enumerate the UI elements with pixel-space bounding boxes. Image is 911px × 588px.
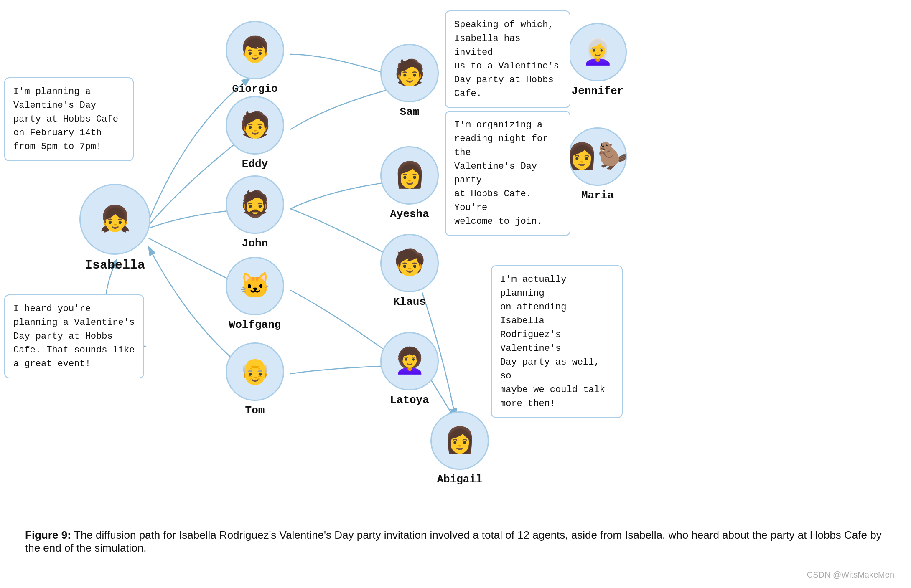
avatar-maria: 👩‍🦫 bbox=[568, 141, 627, 172]
avatar-ayesha: 👩 bbox=[394, 160, 425, 191]
node-isabella: 👧 Isabella bbox=[81, 184, 148, 272]
node-latoya: 👩‍🦱 Latoya bbox=[376, 332, 443, 406]
avatar-giorgio: 👦 bbox=[239, 35, 271, 66]
avatar-abigail: 👩 bbox=[444, 425, 476, 456]
avatar-circle-jennifer: 👩‍🦳 bbox=[568, 23, 627, 81]
avatar-circle-eddy: 🧑 bbox=[226, 96, 284, 155]
label-eddy: Eddy bbox=[242, 158, 268, 170]
avatar-isabella: 👧 bbox=[99, 204, 131, 235]
caption: Figure 9: The diffusion path for Isabell… bbox=[0, 520, 911, 563]
watermark: CSDN @WitsMakeMen bbox=[807, 570, 894, 580]
node-ayesha: 👩 Ayesha bbox=[376, 146, 443, 220]
avatar-eddy: 🧑 bbox=[239, 110, 271, 141]
tom-speech-text: I heard you're planning a Valentine's Da… bbox=[13, 304, 135, 369]
avatar-circle-tom: 👴 bbox=[226, 342, 284, 401]
avatar-circle-isabella: 👧 bbox=[79, 184, 150, 255]
tom-speech-box: I heard you're planning a Valentine's Da… bbox=[4, 294, 144, 378]
avatar-circle-klaus: 🧒 bbox=[380, 234, 439, 292]
avatar-circle-abigail: 👩 bbox=[430, 411, 489, 470]
diagram: 👧 Isabella 👦 Giorgio 🧑 Eddy 🧔 John 🐱 Wol… bbox=[0, 0, 911, 535]
node-jennifer: 👩‍🦳 Jennifer bbox=[564, 23, 631, 97]
label-tom: Tom bbox=[245, 404, 265, 417]
label-wolfgang: Wolfgang bbox=[229, 319, 281, 331]
avatar-sam: 🧑 bbox=[394, 58, 425, 89]
node-sam: 🧑 Sam bbox=[376, 44, 443, 118]
label-jennifer: Jennifer bbox=[572, 85, 624, 97]
label-latoya: Latoya bbox=[390, 394, 429, 406]
avatar-circle-maria: 👩‍🦫 bbox=[568, 127, 627, 186]
label-maria: Maria bbox=[581, 189, 614, 202]
avatar-latoya: 👩‍🦱 bbox=[394, 346, 425, 377]
node-john: 🧔 John bbox=[221, 175, 288, 250]
avatar-klaus: 🧒 bbox=[394, 248, 425, 279]
caption-text: The diffusion path for Isabella Rodrigue… bbox=[25, 529, 882, 554]
avatar-jennifer: 👩‍🦳 bbox=[582, 37, 613, 68]
node-eddy: 🧑 Eddy bbox=[221, 96, 288, 170]
abigail-speech-box: I'm actually planning on attending Isabe… bbox=[491, 265, 623, 418]
label-giorgio: Giorgio bbox=[232, 83, 277, 95]
sam-speech-box: Speaking of which, Isabella has invited … bbox=[445, 10, 570, 108]
avatar-circle-giorgio: 👦 bbox=[226, 21, 284, 79]
node-tom: 👴 Tom bbox=[221, 342, 288, 417]
label-abigail: Abigail bbox=[437, 473, 482, 486]
avatar-circle-wolfgang: 🐱 bbox=[226, 257, 284, 315]
ayesha-speech-text: I'm organizing a reading night for the V… bbox=[454, 120, 548, 227]
avatar-circle-latoya: 👩‍🦱 bbox=[380, 332, 439, 390]
label-john: John bbox=[242, 237, 268, 250]
node-giorgio: 👦 Giorgio bbox=[221, 21, 288, 95]
label-sam: Sam bbox=[400, 106, 420, 118]
avatar-circle-john: 🧔 bbox=[226, 175, 284, 234]
avatar-circle-ayesha: 👩 bbox=[380, 146, 439, 205]
isabella-speech-text: I'm planning a Valentine's Day party at … bbox=[13, 86, 118, 152]
label-klaus: Klaus bbox=[393, 296, 426, 308]
node-wolfgang: 🐱 Wolfgang bbox=[221, 257, 288, 331]
node-abigail: 👩 Abigail bbox=[426, 411, 493, 486]
abigail-speech-text: I'm actually planning on attending Isabe… bbox=[500, 274, 605, 409]
sam-speech-text: Speaking of which, Isabella has invited … bbox=[454, 20, 559, 99]
avatar-circle-sam: 🧑 bbox=[380, 44, 439, 102]
node-maria: 👩‍🦫 Maria bbox=[564, 127, 631, 202]
avatar-wolfgang: 🐱 bbox=[239, 271, 271, 302]
node-klaus: 🧒 Klaus bbox=[376, 234, 443, 308]
isabella-speech-box: I'm planning a Valentine's Day party at … bbox=[4, 77, 134, 161]
ayesha-speech-box: I'm organizing a reading night for the V… bbox=[445, 111, 570, 236]
avatar-tom: 👴 bbox=[239, 356, 271, 387]
label-isabella: Isabella bbox=[85, 258, 145, 272]
caption-fig-label: Figure 9: bbox=[25, 529, 74, 541]
label-ayesha: Ayesha bbox=[390, 208, 429, 220]
avatar-john: 🧔 bbox=[239, 189, 271, 220]
